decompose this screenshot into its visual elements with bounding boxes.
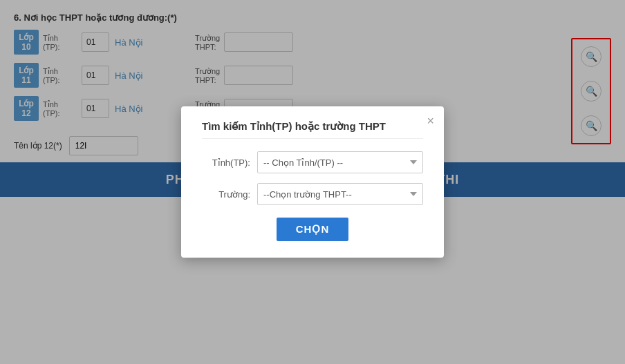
- modal-overlay: Tìm kiếm Tỉnh(TP) hoặc trường THPT × Tỉn…: [0, 0, 625, 364]
- modal-btn-row: CHỌN: [202, 218, 423, 241]
- modal-school-select[interactable]: --Chọn trường THPT--: [257, 183, 423, 205]
- chon-button[interactable]: CHỌN: [277, 218, 349, 241]
- modal-province-label: Tỉnh(TP):: [202, 157, 250, 168]
- modal-box: Tìm kiếm Tỉnh(TP) hoặc trường THPT × Tỉn…: [181, 106, 444, 258]
- page-container: 6. Nơi học THPT hoặc tương đương:(*) Lớp…: [0, 0, 625, 364]
- modal-title: Tìm kiếm Tỉnh(TP) hoặc trường THPT: [202, 120, 423, 139]
- modal-close-button[interactable]: ×: [427, 115, 434, 127]
- modal-province-field: Tỉnh(TP): -- Chọn Tỉnh/(TP) --: [202, 151, 423, 173]
- modal-school-field: Trường: --Chọn trường THPT--: [202, 183, 423, 205]
- modal-province-select[interactable]: -- Chọn Tỉnh/(TP) --: [257, 151, 423, 173]
- modal-school-label: Trường:: [202, 189, 250, 200]
